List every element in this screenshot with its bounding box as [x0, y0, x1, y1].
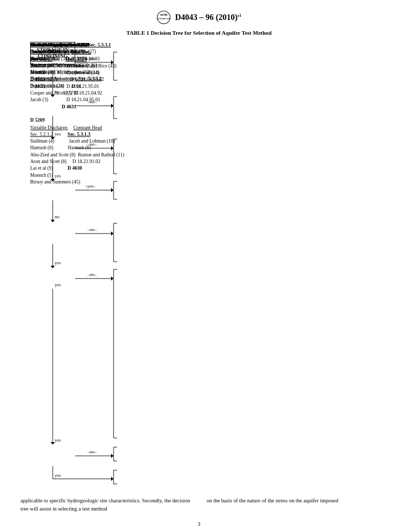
- svg-marker-29: [111, 276, 114, 281]
- svg-text:–no–: –no–: [87, 227, 97, 232]
- svg-marker-27: [51, 266, 55, 268]
- header: ASTM INTERNATIONAL D4043 – 96 (2010)ε1 T…: [20, 10, 378, 36]
- svg-marker-19: [111, 188, 114, 192]
- svg-marker-24: [111, 232, 114, 236]
- footer-left: applicable to specific hydrogeologic sit…: [20, 497, 191, 513]
- svg-text:–no–: –no–: [87, 449, 97, 454]
- svg-text:yes: yes: [55, 437, 61, 443]
- svg-marker-34: [111, 454, 114, 458]
- footer: applicable to specific hydrogeologic sit…: [20, 497, 378, 513]
- svg-marker-32: [51, 442, 55, 445]
- svg-text:–no–: –no–: [87, 272, 97, 277]
- page-number: 3: [20, 521, 378, 527]
- svg-text:INTERNATIONAL: INTERNATIONAL: [157, 18, 171, 20]
- svg-text:yes: yes: [55, 282, 61, 287]
- svg-text:yes: yes: [55, 473, 61, 478]
- document-title: D4043 – 96 (2010)ε1: [175, 13, 241, 22]
- decision-tree: –yes– –no– –no– –yes– –no– –no–: [30, 42, 368, 487]
- svg-marker-38: [111, 477, 114, 481]
- with-storage-content: With Storage, Sec. 5.3.2.2 Hantush (20): [30, 42, 83, 56]
- table-title: TABLE 1 Decision Tree for Selection of A…: [20, 30, 378, 36]
- svg-text:ASTM: ASTM: [160, 14, 167, 16]
- svg-marker-22: [51, 220, 55, 222]
- footer-right: on the basis of the nature of the stress…: [207, 497, 378, 513]
- confined-aquifer-sec531-content: Confined Aquifer, Sec. 5.3.1 Constant Di…: [30, 42, 124, 186]
- svg-text:yes: yes: [55, 260, 61, 265]
- svg-text:no: no: [55, 214, 60, 219]
